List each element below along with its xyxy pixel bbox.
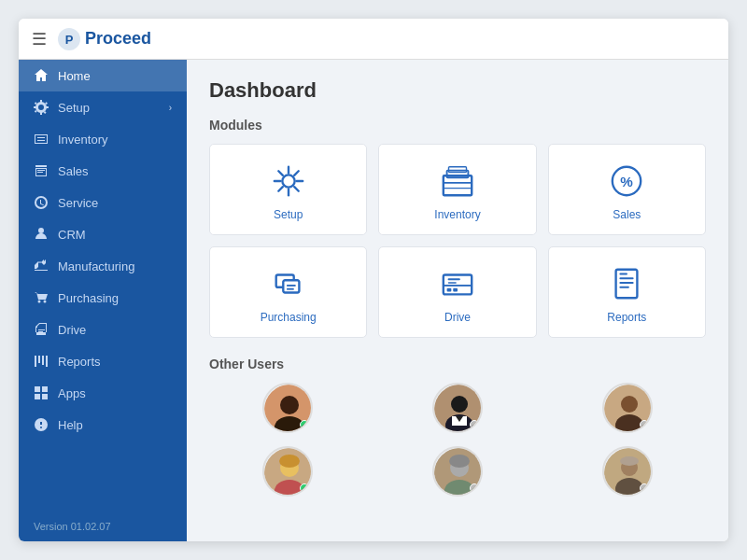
main-area: Home Setup › Inventory Sales [19, 60, 728, 541]
module-label-drive: Drive [444, 311, 471, 324]
sidebar-item-help[interactable]: Help [19, 409, 187, 441]
svg-rect-15 [448, 167, 466, 173]
user-avatar-6[interactable] [549, 446, 706, 497]
sidebar-label-manufacturing: Manufacturing [58, 259, 172, 273]
sidebar: Home Setup › Inventory Sales [19, 60, 187, 541]
sidebar-item-manufacturing[interactable]: Manufacturing [19, 250, 187, 282]
svg-text:P: P [65, 33, 74, 47]
avatar-circle-1 [262, 383, 313, 433]
users-grid [209, 383, 706, 497]
sidebar-label-purchasing: Purchasing [58, 291, 172, 305]
avatar-status-2 [470, 420, 479, 429]
svg-rect-27 [453, 288, 458, 292]
setup-chevron: › [169, 103, 172, 113]
avatar-circle-4 [262, 446, 313, 497]
sidebar-label-help: Help [58, 418, 172, 432]
svg-rect-26 [447, 288, 452, 292]
sidebar-item-reports[interactable]: Reports [19, 345, 187, 377]
avatar-circle-3 [602, 383, 653, 433]
svg-point-39 [451, 396, 468, 413]
module-card-reports[interactable]: Reports [548, 246, 706, 338]
module-label-inventory: Inventory [434, 208, 480, 221]
setup-icon [34, 100, 49, 115]
user-avatar-1[interactable] [209, 383, 366, 433]
content-area: Dashboard Modules [187, 60, 728, 541]
avatar-status-1 [300, 420, 309, 429]
crm-icon [34, 227, 49, 242]
module-card-inventory[interactable]: Inventory [378, 144, 536, 235]
svg-point-49 [279, 455, 300, 468]
sidebar-item-sales[interactable]: Sales [19, 155, 187, 187]
modules-grid: Setup Inventory [209, 144, 706, 338]
sidebar-label-inventory: Inventory [58, 133, 172, 147]
svg-line-12 [278, 187, 283, 191]
sidebar-label-service: Service [58, 196, 172, 210]
svg-line-9 [278, 171, 283, 175]
home-icon [34, 68, 49, 83]
module-card-sales[interactable]: % Sales [548, 144, 706, 235]
module-card-setup[interactable]: Setup [209, 144, 367, 235]
sidebar-item-service[interactable]: Service [19, 187, 187, 218]
apps-icon [34, 385, 49, 400]
inventory-icon [34, 132, 49, 147]
svg-point-2 [38, 301, 41, 303]
sidebar-label-apps: Apps [58, 386, 172, 400]
svg-point-57 [620, 456, 639, 466]
module-label-sales: Sales [613, 208, 641, 221]
module-label-reports: Reports [607, 311, 646, 324]
svg-text:%: % [621, 174, 634, 189]
logo: P Proceed [56, 26, 151, 52]
sidebar-label-setup: Setup [58, 101, 160, 115]
sidebar-item-apps[interactable]: Apps [19, 377, 187, 409]
other-users-title: Other Users [209, 357, 706, 371]
user-avatar-4[interactable] [209, 446, 366, 497]
purchasing-icon [34, 290, 49, 305]
hamburger-menu[interactable]: ☰ [32, 29, 47, 49]
svg-point-53 [449, 455, 470, 468]
module-icon-purchasing [269, 264, 308, 303]
sidebar-item-home[interactable]: Home [19, 60, 187, 91]
logo-icon: P [56, 26, 82, 52]
avatar-status-4 [300, 483, 309, 493]
service-icon [34, 195, 49, 210]
sidebar-item-inventory[interactable]: Inventory [19, 123, 187, 155]
module-icon-drive [438, 264, 477, 303]
reports-icon [34, 354, 49, 369]
avatar-circle-5 [432, 446, 483, 497]
page-title: Dashboard [209, 78, 706, 103]
user-avatar-5[interactable] [379, 446, 536, 497]
sidebar-item-setup[interactable]: Setup › [19, 91, 187, 123]
sidebar-item-purchasing[interactable]: Purchasing [19, 282, 187, 314]
svg-rect-21 [283, 280, 299, 292]
svg-line-11 [294, 171, 299, 175]
module-card-drive[interactable]: Drive [378, 246, 536, 338]
modules-section-title: Modules [209, 118, 706, 133]
module-icon-reports [607, 264, 646, 303]
sidebar-label-home: Home [58, 69, 172, 83]
module-label-purchasing: Purchasing [261, 311, 317, 324]
sidebar-label-sales: Sales [58, 164, 172, 178]
user-avatar-2[interactable] [379, 383, 536, 433]
manufacturing-icon [34, 259, 49, 273]
avatar-circle-6 [602, 446, 653, 497]
sidebar-item-crm[interactable]: CRM [19, 218, 187, 250]
avatar-status-3 [640, 420, 649, 429]
avatar-status-5 [470, 483, 479, 493]
sidebar-label-reports: Reports [58, 355, 172, 369]
help-icon [34, 417, 49, 432]
svg-point-4 [282, 175, 294, 187]
user-avatar-3[interactable] [549, 383, 706, 433]
top-bar: ☰ P Proceed [19, 19, 728, 60]
module-card-purchasing[interactable]: Purchasing [209, 246, 367, 338]
sidebar-item-drive[interactable]: Drive [19, 314, 187, 345]
module-icon-inventory [438, 161, 477, 201]
sales-icon [34, 163, 49, 178]
avatar-circle-2 [432, 383, 483, 433]
svg-point-44 [621, 396, 638, 413]
module-icon-setup [269, 161, 308, 201]
app-window: ☰ P Proceed Home Setup › [19, 19, 728, 541]
logo-text: Proceed [85, 29, 151, 49]
svg-line-10 [294, 187, 299, 191]
svg-point-3 [44, 301, 47, 303]
module-label-setup: Setup [274, 208, 303, 221]
